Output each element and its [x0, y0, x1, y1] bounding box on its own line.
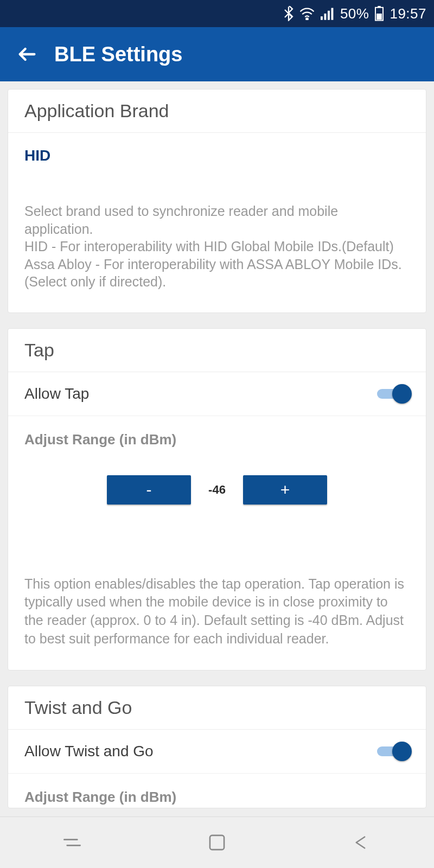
- signal-icon: [321, 7, 335, 20]
- svg-rect-4: [331, 8, 333, 20]
- svg-rect-2: [324, 14, 326, 20]
- system-navbar: [0, 816, 434, 868]
- nav-home-button[interactable]: [184, 826, 250, 859]
- tap-range-label: Adjust Range (in dBm): [8, 416, 426, 454]
- card-tap: Tap Allow Tap Adjust Range (in dBm) - -4…: [8, 328, 426, 671]
- svg-rect-6: [378, 6, 381, 8]
- nav-back-button[interactable]: [329, 826, 394, 859]
- svg-rect-1: [321, 16, 323, 20]
- card-header-tap: Tap: [8, 329, 426, 372]
- tap-range-stepper: - -46 +: [8, 454, 426, 510]
- clock: 19:57: [390, 5, 426, 22]
- nav-recent-button[interactable]: [40, 826, 105, 859]
- row-allow-tap: Allow Tap: [8, 372, 426, 416]
- card-header-application-brand: Application Brand: [8, 90, 426, 133]
- svg-rect-3: [328, 11, 330, 20]
- card-twist-and-go: Twist and Go Allow Twist and Go Adjust R…: [8, 686, 426, 808]
- battery-icon: [374, 6, 384, 21]
- card-application-brand: Application Brand HID Select brand used …: [8, 89, 426, 313]
- content-scroll[interactable]: Application Brand HID Select brand used …: [0, 81, 434, 816]
- svg-rect-7: [377, 14, 382, 20]
- back-button[interactable]: [16, 43, 38, 65]
- bluetooth-icon: [284, 6, 293, 21]
- brand-selected-value[interactable]: HID: [8, 133, 426, 170]
- allow-twist-toggle[interactable]: [377, 742, 410, 761]
- tap-description: This option enables/disables the tap ope…: [8, 510, 426, 670]
- tap-range-increase-button[interactable]: +: [243, 475, 327, 505]
- row-allow-twist: Allow Twist and Go: [8, 730, 426, 774]
- svg-point-0: [306, 18, 308, 20]
- tap-range-decrease-button[interactable]: -: [107, 475, 191, 505]
- brand-description: Select brand used to synchronize reader …: [8, 170, 426, 312]
- allow-tap-toggle[interactable]: [377, 384, 410, 404]
- tap-range-value: -46: [204, 483, 230, 497]
- allow-twist-label: Allow Twist and Go: [24, 743, 154, 760]
- status-bar: 50% 19:57: [0, 0, 434, 27]
- wifi-icon: [299, 7, 315, 20]
- app-bar: BLE Settings: [0, 27, 434, 81]
- battery-percent: 50%: [340, 5, 369, 22]
- svg-rect-8: [210, 835, 224, 850]
- twist-range-label: Adjust Range (in dBm): [8, 774, 426, 808]
- card-header-twist: Twist and Go: [8, 686, 426, 730]
- page-title: BLE Settings: [54, 43, 182, 66]
- allow-tap-label: Allow Tap: [24, 385, 89, 403]
